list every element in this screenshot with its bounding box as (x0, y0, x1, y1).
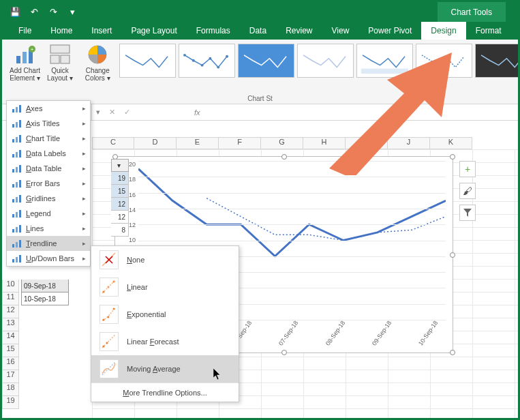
menu-item-data-table[interactable]: Data Table▸ (7, 161, 90, 176)
tab-power-pivot[interactable]: Power Pivot (358, 22, 421, 40)
row-header-18[interactable]: 18 (2, 383, 19, 396)
svg-point-9 (183, 54, 186, 57)
cell-a10[interactable]: 09-Sep-18 (21, 280, 69, 292)
tab-review[interactable]: Review (276, 22, 322, 40)
svg-rect-27 (19, 150, 21, 158)
quick-layout-icon (49, 44, 71, 65)
svg-rect-19 (12, 124, 14, 127)
svg-rect-30 (19, 165, 21, 172)
trendline-option-exponential[interactable]: Exponential (91, 301, 239, 328)
cell-b-header[interactable]: ▾ (111, 159, 129, 172)
chart-plus-button[interactable]: + (459, 161, 476, 177)
svg-rect-6 (50, 55, 59, 63)
cell-b2[interactable]: 19 (111, 172, 129, 185)
svg-rect-24 (19, 135, 21, 142)
chart-style-1[interactable] (119, 44, 176, 78)
svg-point-57 (108, 316, 110, 318)
chart-style-3[interactable] (238, 44, 294, 78)
undo-icon[interactable]: ↶ (27, 5, 42, 20)
more-trendline-options[interactable]: More Trendline Options... (91, 382, 239, 402)
tab-insert[interactable]: Insert (82, 22, 121, 40)
cell-b4[interactable]: 12 (111, 198, 129, 211)
accept-formula-icon[interactable]: ✓ (121, 108, 133, 117)
col-header-F[interactable]: F (219, 137, 261, 149)
row-header-13[interactable]: 13 (2, 318, 19, 331)
col-header-D[interactable]: D (134, 137, 177, 149)
svg-rect-36 (19, 195, 21, 202)
svg-rect-1 (22, 52, 27, 63)
row-header-15[interactable]: 15 (2, 344, 19, 357)
chart-styles-label: Chart St (247, 95, 273, 102)
chart-style-6[interactable] (416, 44, 472, 78)
menu-item-axis-titles[interactable]: Axis Titles▸ (7, 116, 90, 131)
tab-formulas[interactable]: Formulas (187, 22, 240, 40)
row-header-19[interactable]: 19 (2, 396, 19, 409)
col-header-K[interactable]: K (430, 137, 472, 149)
tab-home[interactable]: Home (41, 22, 82, 40)
svg-rect-41 (16, 227, 18, 232)
menu-item-gridlines[interactable]: Gridlines▸ (7, 191, 90, 206)
quick-layout-button[interactable]: Quick Layout ▾ (44, 42, 76, 104)
chart-styles-button[interactable]: 🖌 (459, 183, 476, 199)
menu-item-error-bars[interactable]: Error Bars▸ (7, 176, 90, 191)
svg-rect-16 (12, 109, 14, 112)
row-header-14[interactable]: 14 (2, 331, 19, 344)
row-header-17[interactable]: 17 (2, 370, 19, 383)
svg-rect-25 (12, 154, 14, 158)
date-column: 09-Sep-18 10-Sep-18 (21, 280, 69, 305)
tab-design[interactable]: Design (421, 22, 465, 40)
add-chart-element-button[interactable]: + Add Chart Element ▾ (6, 42, 44, 104)
qat-more-icon[interactable]: ▾ (65, 5, 80, 20)
row-header-16[interactable]: 16 (2, 357, 19, 370)
svg-rect-7 (61, 55, 70, 63)
col-header-H[interactable]: H (303, 137, 346, 149)
svg-point-14 (226, 55, 228, 58)
cell-b3[interactable]: 15 (111, 185, 129, 198)
svg-rect-44 (16, 242, 18, 247)
menu-item-lines[interactable]: Lines▸ (7, 221, 90, 236)
menu-item-chart-title[interactable]: Chart Title▸ (7, 131, 90, 146)
menu-item-trendline[interactable]: Trendline▸ (7, 236, 90, 251)
svg-rect-40 (12, 229, 14, 232)
col-header-C[interactable]: C (92, 137, 134, 149)
chart-element-buttons: + 🖌 (459, 161, 476, 221)
trendline-option-linear-forecast[interactable]: Linear Forecast (91, 328, 239, 355)
fx-icon[interactable]: fx (187, 108, 207, 117)
col-header-G[interactable]: G (261, 137, 303, 149)
row-header-12[interactable]: 12 (2, 305, 19, 318)
menu-item-legend[interactable]: Legend▸ (7, 206, 90, 221)
cancel-formula-icon[interactable]: ✕ (106, 108, 118, 117)
svg-rect-23 (16, 137, 18, 142)
chart-style-4[interactable] (297, 44, 354, 78)
svg-rect-46 (12, 259, 14, 262)
chart-style-2[interactable] (179, 44, 235, 78)
menu-item-up-down-bars[interactable]: Up/Down Bars▸ (7, 251, 90, 266)
title-bar: 💾 ↶ ↷ ▾ Chart Tools (2, 2, 518, 22)
svg-rect-15 (361, 69, 408, 74)
svg-rect-33 (19, 180, 21, 188)
name-box-dropdown-icon[interactable]: ▾ (96, 108, 100, 117)
chart-filter-button[interactable] (459, 205, 476, 221)
cell-a11[interactable]: 10-Sep-18 (21, 292, 69, 305)
change-colors-button[interactable]: Change Colors ▾ (82, 42, 114, 104)
col-header-I[interactable]: I (346, 137, 388, 149)
col-header-E[interactable]: E (177, 137, 219, 149)
row-header-11[interactable]: 11 (2, 292, 19, 305)
tab-view[interactable]: View (322, 22, 359, 40)
col-header-J[interactable]: J (388, 137, 430, 149)
trendline-option-linear[interactable]: Linear (91, 273, 239, 301)
tab-page-layout[interactable]: Page Layout (121, 22, 186, 40)
tab-data[interactable]: Data (240, 22, 276, 40)
menu-item-data-labels[interactable]: Data Labels▸ (7, 146, 90, 161)
chart-style-5[interactable] (356, 44, 413, 78)
row-header-10[interactable]: 10 (2, 280, 19, 292)
trendline-option-none[interactable]: None (91, 246, 239, 273)
redo-icon[interactable]: ↷ (46, 5, 61, 20)
menu-item-axes[interactable]: Axes▸ (7, 101, 90, 116)
chart-style-7[interactable] (475, 44, 520, 78)
tab-format[interactable]: Format (466, 22, 511, 40)
tab-file[interactable]: File (9, 22, 41, 40)
save-icon[interactable]: 💾 (7, 5, 22, 20)
cell-b5[interactable]: 12 (111, 211, 129, 224)
cell-b6[interactable]: 8 (111, 224, 129, 237)
